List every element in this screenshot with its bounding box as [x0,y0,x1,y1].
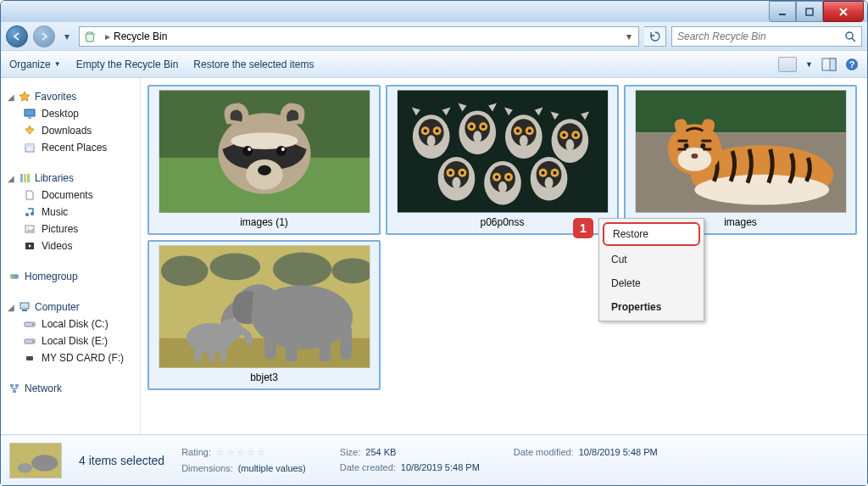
svg-point-39 [248,148,251,151]
drive-icon [23,334,36,348]
svg-rect-94 [636,91,846,133]
file-item[interactable]: images [624,85,857,235]
thumbnail [635,90,847,213]
rating-stars[interactable]: ☆☆☆☆☆ [216,447,267,458]
svg-rect-14 [20,174,23,182]
file-item[interactable]: bbjet3 [147,240,381,390]
search-box[interactable] [671,26,862,47]
file-item[interactable]: images (1) [147,85,381,235]
star-icon [18,90,31,103]
sidebar-item-drive-e[interactable]: Local Disk (E:) [4,332,136,349]
svg-rect-31 [10,384,14,387]
details-preview [9,443,62,478]
refresh-button[interactable] [644,26,666,47]
svg-rect-30 [26,356,33,360]
sidebar-item-drive-c[interactable]: Local Disk (C:) [4,316,136,332]
svg-rect-24 [20,303,29,309]
help-button[interactable]: ? [845,58,859,71]
svg-line-5 [852,38,855,42]
file-name: images [724,213,757,230]
maximize-button[interactable] [796,1,823,22]
sidebar-item-desktop[interactable]: Desktop [4,105,136,122]
back-button[interactable] [6,25,28,47]
svg-rect-7 [830,59,836,70]
svg-point-37 [231,132,298,149]
sidebar-item-homegroup[interactable]: Homegroup [4,268,136,285]
date-created-label: Date created: [340,462,396,472]
sidebar-group-libraries[interactable]: ◢ Libraries [4,170,136,187]
dimensions-label: Dimensions: [181,463,233,473]
svg-point-57 [481,125,485,128]
svg-point-99 [677,148,711,171]
sidebar-item-drive-f[interactable]: MY SD CARD (F:) [4,349,136,366]
nav-history-dropdown[interactable]: ▾ [60,31,74,42]
svg-point-51 [426,135,435,147]
svg-rect-10 [25,109,35,116]
svg-point-71 [574,133,577,137]
breadcrumb-chevron-icon[interactable]: ▸ [102,31,114,42]
svg-point-49 [423,129,426,132]
organize-menu[interactable]: Organize▼ [9,59,61,70]
sidebar-item-videos[interactable]: Videos [4,237,136,254]
svg-rect-15 [24,174,26,182]
sidebar-group-computer[interactable]: ◢ Computer [4,299,136,316]
sidebar-item-network[interactable]: Network [4,380,136,397]
svg-point-56 [470,125,473,128]
file-name: bbjet3 [250,368,278,385]
svg-rect-111 [285,330,297,362]
sidebar-group-favorites[interactable]: ◢ Favorites [4,88,136,105]
sidebar-group-label: Favorites [35,91,76,103]
forward-button[interactable] [33,25,55,47]
sidebar-item-music[interactable]: Music [4,204,136,221]
recycle-bin-icon [83,30,97,43]
rating-label: Rating: [181,447,211,458]
svg-point-38 [242,146,253,156]
thumbnail [397,90,609,213]
drive-icon [23,317,36,331]
date-modified-value: 10/8/2019 5:48 PM [579,447,658,457]
file-item[interactable]: p06p0nss [386,85,619,235]
restore-selected-button[interactable]: Restore the selected items [193,59,314,70]
search-icon [844,31,856,42]
sidebar-item-pictures[interactable]: Pictures [4,221,136,237]
file-name: p06p0nss [480,213,524,230]
svg-point-101 [700,143,705,148]
svg-point-27 [32,324,34,326]
svg-rect-110 [264,326,276,360]
close-button[interactable] [823,1,864,22]
context-menu-restore[interactable]: Restore [603,222,700,246]
view-options-button[interactable] [778,57,797,72]
svg-point-91 [541,171,544,175]
command-bar: Organize▼ Empty the Recycle Bin Restore … [1,51,867,78]
svg-point-40 [275,146,286,156]
sidebar-item-downloads[interactable]: Downloads [4,122,136,139]
svg-text:?: ? [849,59,855,70]
svg-point-50 [435,129,438,132]
address-bar[interactable]: ▸ Recycle Bin ▾ [79,26,639,47]
sidebar-item-documents[interactable]: Documents [4,187,136,204]
address-dropdown[interactable]: ▾ [623,31,635,42]
videos-icon [23,239,36,253]
svg-point-41 [281,148,284,151]
view-dropdown[interactable]: ▼ [805,60,813,69]
minimize-button[interactable] [769,1,796,22]
context-menu-cut[interactable]: Cut [601,248,702,271]
svg-rect-32 [15,384,19,387]
sidebar-item-recent[interactable]: Recent Places [4,139,136,156]
items-view[interactable]: images (1) p06p0nss [141,78,867,434]
svg-point-20 [27,227,29,229]
explorer-body: ◢ Favorites Desktop Downloads Recent Pla… [1,78,867,434]
svg-point-122 [18,462,32,472]
breadcrumb-current[interactable]: Recycle Bin [114,31,167,42]
context-menu-properties[interactable]: Properties [601,295,702,319]
empty-recycle-bin-button[interactable]: Empty the Recycle Bin [76,59,179,70]
svg-rect-1 [806,8,813,15]
sdcard-icon [23,351,36,365]
preview-pane-button[interactable] [821,58,837,71]
svg-rect-33 [13,390,16,393]
size-label: Size: [340,447,360,457]
svg-line-3 [840,8,847,15]
search-input[interactable] [677,31,844,42]
context-menu-delete[interactable]: Delete [601,271,702,295]
libraries-icon [18,171,31,185]
